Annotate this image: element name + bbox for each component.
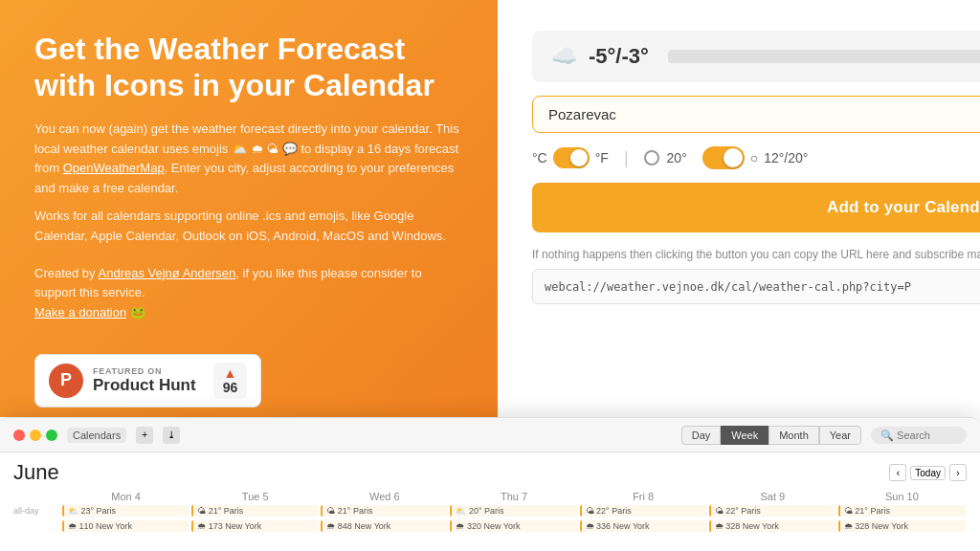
today-nav: ‹ Today › (889, 464, 967, 481)
allday-event-3: 🌤 21° Paris (321, 505, 448, 517)
range-20-radio[interactable] (644, 150, 659, 165)
days-header-sat: Sat 9 (708, 491, 837, 502)
calendar-month-header: June ‹ Today › (13, 460, 967, 485)
weather-location-blurred (668, 50, 980, 63)
calendar-search[interactable] (871, 427, 967, 444)
celsius-toggle[interactable] (553, 147, 590, 168)
description-para2: Works for all calendars supporting onlin… (34, 207, 463, 247)
product-hunt-text: FEATURED ON Product Hunt (93, 366, 196, 395)
days-header-tue: Tue 5 (190, 491, 320, 502)
view-month-button[interactable]: Month (768, 426, 819, 445)
allday-event-6: 🌤 22° Paris (709, 505, 836, 517)
days-header-mon: Mon 4 (61, 491, 190, 502)
calendar-body: June ‹ Today › Mon 4 Tue 5 Wed 6 Thu 7 F… (0, 452, 980, 540)
minimize-traffic-light[interactable] (30, 430, 41, 441)
today-button[interactable]: Today (910, 466, 946, 480)
allday-event-1: ⛅ 23° Paris (62, 505, 189, 517)
calendar-month-title: June (13, 460, 59, 485)
second-event-row: 🌧 110 New York 🌧 173 New York 🌧 848 New … (13, 519, 967, 533)
range-1220-group: ○ 12°/20° (702, 146, 809, 169)
allday-event-5: 🌤 22° Paris (580, 505, 707, 517)
close-traffic-light[interactable] (13, 430, 25, 441)
event-row2-4: 🌧 320 New York (450, 520, 577, 532)
right-panel: ☁️ -5°/-3° °C °F | 20° (498, 0, 980, 417)
download-calendar-button[interactable]: ⤓ (163, 427, 180, 444)
allday-event-7: 🌤 21° Paris (838, 505, 966, 517)
time-label (13, 519, 61, 533)
calendar-toolbar: Calendars + ⤓ Day Week Month Year (0, 418, 980, 452)
traffic-lights (13, 430, 57, 441)
upvote-count: 96 (223, 380, 238, 395)
separator1: | (624, 148, 629, 168)
author-link[interactable]: Andreas Vejnø Andersen (99, 266, 236, 280)
event-row2-2: 🌧 173 New York (191, 520, 319, 532)
celsius-toggle-knob (570, 149, 588, 166)
add-calendar-nav-button[interactable]: + (136, 427, 153, 444)
attribution-para: Created by Andreas Vejnø Andersen, if yo… (34, 264, 463, 323)
event-row2-5: 🌧 336 New York (580, 520, 707, 532)
range-20-group[interactable]: 20° (644, 150, 687, 165)
weather-preview: ☁️ -5°/-3° (532, 31, 980, 82)
allday-label: all-day (13, 504, 61, 518)
view-week-button[interactable]: Week (721, 426, 768, 445)
days-header-empty (13, 491, 61, 502)
range-toggle[interactable] (702, 146, 745, 169)
copy-url-section: If nothing happens then clicking the but… (532, 246, 980, 304)
allday-event-2: 🌤 21° Paris (191, 505, 319, 517)
weather-temp: -5°/-3° (589, 44, 649, 69)
event-row2-1: 🌧 110 New York (62, 520, 189, 532)
weather-icon: ☁️ (551, 44, 577, 69)
event-row2-6: 🌧 328 New York (709, 520, 836, 532)
event-row2-3: 🌧 848 New York (321, 520, 448, 532)
donate-emoji: 🐸 (130, 305, 145, 320)
openweathermap-link[interactable]: OpenWeatherMap (63, 161, 165, 175)
days-header-thu: Thu 7 (449, 491, 578, 502)
range-20-label: 20° (667, 150, 687, 165)
left-panel: Get the Weather Forecast with Icons in y… (0, 0, 498, 417)
donate-link[interactable]: Make a donation (34, 305, 126, 320)
allday-row: all-day ⛅ 23° Paris 🌤 21° Paris 🌤 21° Pa… (13, 504, 967, 518)
days-header-fri: Fri 8 (579, 491, 708, 502)
view-buttons: Day Week Month Year (681, 426, 861, 445)
days-header-sun: Sun 10 (837, 491, 967, 502)
city-input[interactable] (532, 96, 980, 133)
range-circle-icon: ○ (750, 150, 758, 165)
prev-week-button[interactable]: ‹ (889, 464, 906, 481)
url-text: webcal://weather.vejnoe.dk/cal/weather-c… (533, 271, 980, 303)
options-row: °C °F | 20° ○ 12°/20° (532, 146, 980, 169)
days-header-wed: Wed 6 (320, 491, 449, 502)
main-heading: Get the Weather Forecast with Icons in y… (34, 31, 463, 104)
copy-hint: If nothing happens then clicking the but… (532, 246, 980, 263)
url-copy-row: webcal://weather.vejnoe.dk/cal/weather-c… (532, 269, 980, 304)
product-hunt-upvote: ▲ 96 (213, 363, 248, 399)
add-calendar-button[interactable]: Add to your Calendar (532, 183, 980, 232)
next-week-button[interactable]: › (949, 464, 967, 481)
product-hunt-logo: P (49, 364, 83, 398)
celsius-label: °C (532, 150, 547, 165)
calendars-button[interactable]: Calendars (67, 428, 126, 443)
description-para1: You can now (again) get the weather fore… (34, 120, 463, 199)
maximize-traffic-light[interactable] (46, 430, 57, 441)
upvote-arrow-icon: ▲ (224, 366, 237, 380)
product-hunt-featured-label: FEATURED ON (93, 366, 196, 376)
celsius-group: °C °F (532, 147, 609, 168)
range-1220-label: 12°/20° (764, 150, 808, 165)
product-hunt-name: Product Hunt (93, 376, 196, 395)
allday-event-4: ⛅ 20° Paris (450, 505, 577, 517)
product-hunt-badge[interactable]: P FEATURED ON Product Hunt ▲ 96 (34, 354, 261, 408)
fahrenheit-label: °F (595, 150, 609, 165)
view-day-button[interactable]: Day (681, 426, 722, 445)
range-toggle-knob (724, 148, 743, 167)
days-header: Mon 4 Tue 5 Wed 6 Thu 7 Fri 8 Sat 9 Sun … (13, 491, 967, 502)
calendar-preview: Calendars + ⤓ Day Week Month Year June ‹… (0, 417, 980, 551)
event-row2-7: 🌧 328 New York (838, 520, 966, 532)
view-year-button[interactable]: Year (819, 426, 861, 445)
